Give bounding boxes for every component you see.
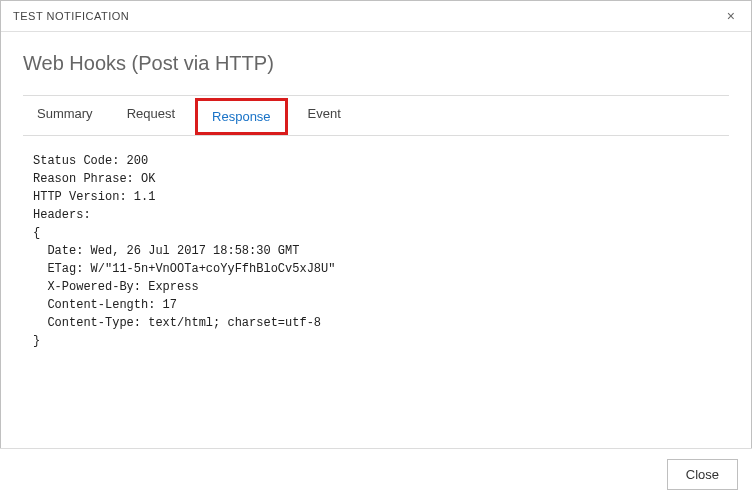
tab-summary[interactable]: Summary	[23, 98, 107, 135]
tab-request[interactable]: Request	[113, 98, 189, 135]
dialog-footer: Close	[0, 448, 752, 500]
dialog-content: Web Hooks (Post via HTTP) Summary Reques…	[1, 32, 751, 426]
dialog-header: TEST NOTIFICATION ×	[1, 1, 751, 32]
page-title: Web Hooks (Post via HTTP)	[23, 52, 729, 75]
close-icon[interactable]: ×	[721, 7, 741, 25]
tab-bar: Summary Request Response Event	[23, 98, 729, 136]
tab-response[interactable]: Response	[195, 98, 288, 135]
response-body: Status Code: 200 Reason Phrase: OK HTTP …	[23, 136, 729, 426]
close-button[interactable]: Close	[667, 459, 738, 490]
divider	[23, 95, 729, 96]
dialog-title: TEST NOTIFICATION	[13, 10, 129, 22]
tab-event[interactable]: Event	[294, 98, 355, 135]
